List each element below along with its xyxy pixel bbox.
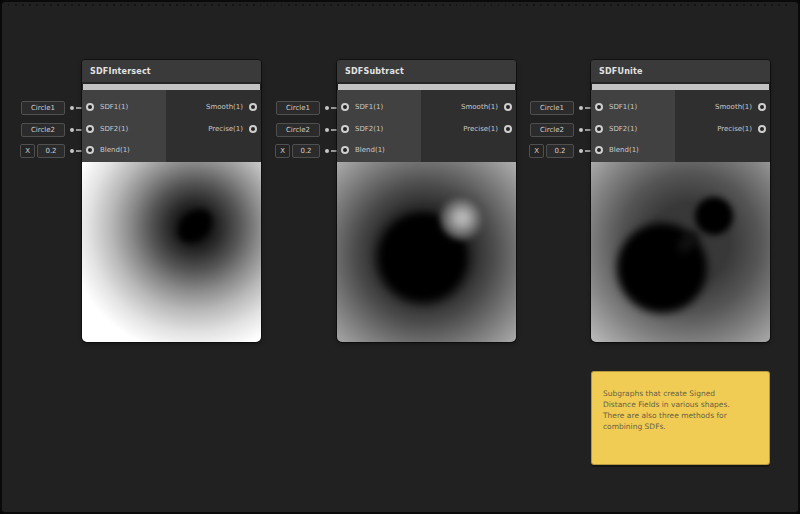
node-preview-intersect	[82, 162, 261, 342]
sdf-intersect-shape	[172, 204, 218, 249]
input-port-sdf1[interactable]: SDF1(1)	[86, 100, 128, 114]
sticky-note[interactable]: Subgraphs that create Signed Distance Fi…	[591, 371, 770, 465]
node-header[interactable]: SDFIntersect	[82, 60, 261, 84]
port-label: SDF1(1)	[609, 103, 637, 111]
input-port-blend[interactable]: Blend(1)	[341, 143, 385, 157]
input-chip-label: Circle2	[286, 126, 310, 134]
output-port-smooth[interactable]: Smooth(1)	[206, 100, 257, 114]
x-component-label: X	[20, 144, 35, 158]
input-chip-label: Circle2	[31, 126, 55, 134]
node-title: SDFSubtract	[345, 67, 404, 76]
input-port-icon[interactable]	[341, 103, 349, 111]
input-chip-label: Circle1	[31, 104, 55, 112]
input-port-sdf1[interactable]: SDF1(1)	[595, 100, 637, 114]
x-component-label: X	[529, 144, 544, 158]
output-port-precise[interactable]: Precise(1)	[717, 122, 766, 136]
node-header[interactable]: SDFUnite	[591, 60, 770, 84]
node-title: SDFUnite	[599, 67, 643, 76]
input-port-sdf2[interactable]: SDF2(1)	[86, 122, 128, 136]
connector-dot-icon	[70, 128, 74, 132]
input-port-icon[interactable]	[86, 146, 94, 154]
port-label: SDF2(1)	[609, 125, 637, 133]
output-port-icon[interactable]	[504, 103, 512, 111]
sdf-subtract-notch	[440, 196, 484, 240]
input-chip-circle1[interactable]: Circle1	[530, 101, 574, 115]
input-chip-label: Circle1	[286, 104, 310, 112]
input-value-row-circle2[interactable]: Circle2	[276, 122, 344, 137]
port-label: Precise(1)	[717, 125, 752, 133]
input-port-icon[interactable]	[86, 125, 94, 133]
node-sdfsubtract[interactable]: SDFSubtract SDF1(1) SDF2(1) Blend(1) Smo…	[337, 60, 516, 342]
node-preview-subtract	[337, 162, 516, 342]
input-chip-circle2[interactable]: Circle2	[530, 123, 574, 137]
blend-value-field[interactable]: 0.2	[292, 144, 320, 158]
input-value-row-blend[interactable]: X 0.2	[529, 143, 598, 158]
output-port-smooth[interactable]: Smooth(1)	[461, 100, 512, 114]
connector-dot-icon	[325, 128, 329, 132]
port-label: Smooth(1)	[206, 103, 243, 111]
connector-dot-icon	[579, 128, 583, 132]
node-group-sdfunite: Circle1 Circle2 X 0.2 SDFUnite	[519, 60, 770, 342]
port-label: SDF2(1)	[355, 125, 383, 133]
port-label: Precise(1)	[463, 125, 498, 133]
output-port-precise[interactable]: Precise(1)	[208, 122, 257, 136]
node-ports-panel: SDF1(1) SDF2(1) Blend(1) Smooth(1) Preci…	[82, 90, 261, 162]
input-chip-circle2[interactable]: Circle2	[276, 123, 320, 137]
input-value-row-circle1[interactable]: Circle1	[276, 100, 344, 115]
input-chip-circle1[interactable]: Circle1	[21, 101, 65, 115]
sticky-note-text: Subgraphs that create Signed Distance Fi…	[603, 389, 745, 433]
blend-value-field[interactable]: 0.2	[546, 144, 574, 158]
port-label: Smooth(1)	[715, 103, 752, 111]
input-port-sdf2[interactable]: SDF2(1)	[595, 122, 637, 136]
port-label: Blend(1)	[609, 146, 639, 154]
output-port-icon[interactable]	[249, 125, 257, 133]
port-label: SDF1(1)	[355, 103, 383, 111]
port-label: SDF2(1)	[100, 125, 128, 133]
node-header[interactable]: SDFSubtract	[337, 60, 516, 84]
input-chip-circle2[interactable]: Circle2	[21, 123, 65, 137]
connector-dot-icon	[579, 149, 583, 153]
input-value-row-circle1[interactable]: Circle1	[530, 100, 598, 115]
output-port-icon[interactable]	[249, 103, 257, 111]
grid-dots-decoration	[8, 4, 792, 6]
input-port-icon[interactable]	[86, 103, 94, 111]
input-value-row-circle1[interactable]: Circle1	[21, 100, 89, 115]
input-chip-label: Circle1	[540, 104, 564, 112]
input-port-icon[interactable]	[341, 146, 349, 154]
input-value-row-circle2[interactable]: Circle2	[21, 122, 89, 137]
node-group-sdfsubtract: Circle1 Circle2 X 0.2 SDFSubtract	[265, 60, 516, 342]
port-label: SDF1(1)	[100, 103, 128, 111]
graph-canvas[interactable]: Circle1 Circle2 X 0.2 SDFIntersect	[0, 0, 800, 514]
input-value-row-circle2[interactable]: Circle2	[530, 122, 598, 137]
connector-dot-icon	[70, 106, 74, 110]
port-label: Smooth(1)	[461, 103, 498, 111]
connector-dot-icon	[325, 106, 329, 110]
connector-dot-icon	[70, 149, 74, 153]
output-port-precise[interactable]: Precise(1)	[463, 122, 512, 136]
input-port-icon[interactable]	[595, 125, 603, 133]
node-sdfunite[interactable]: SDFUnite SDF1(1) SDF2(1) Blend(1) Smooth…	[591, 60, 770, 342]
input-port-icon[interactable]	[341, 125, 349, 133]
input-port-blend[interactable]: Blend(1)	[595, 143, 639, 157]
input-port-icon[interactable]	[595, 146, 603, 154]
node-sdfintersect[interactable]: SDFIntersect SDF1(1) SDF2(1) Blend(1) Sm…	[82, 60, 261, 342]
output-port-icon[interactable]	[758, 103, 766, 111]
blend-value-field[interactable]: 0.2	[37, 144, 65, 158]
connector-dot-icon	[579, 106, 583, 110]
input-port-icon[interactable]	[595, 103, 603, 111]
input-port-sdf1[interactable]: SDF1(1)	[341, 100, 383, 114]
input-value-row-blend[interactable]: X 0.2	[20, 143, 89, 158]
output-port-icon[interactable]	[504, 125, 512, 133]
sdf-unite-small-circle	[695, 197, 733, 235]
node-ports-panel: SDF1(1) SDF2(1) Blend(1) Smooth(1) Preci…	[591, 90, 770, 162]
output-port-icon[interactable]	[758, 125, 766, 133]
input-port-blend[interactable]: Blend(1)	[86, 143, 130, 157]
input-port-sdf2[interactable]: SDF2(1)	[341, 122, 383, 136]
node-ports-panel: SDF1(1) SDF2(1) Blend(1) Smooth(1) Preci…	[337, 90, 516, 162]
input-chip-label: Circle2	[540, 126, 564, 134]
input-value-row-blend[interactable]: X 0.2	[275, 143, 344, 158]
node-title: SDFIntersect	[90, 67, 151, 76]
port-label: Blend(1)	[100, 146, 130, 154]
output-port-smooth[interactable]: Smooth(1)	[715, 100, 766, 114]
input-chip-circle1[interactable]: Circle1	[276, 101, 320, 115]
